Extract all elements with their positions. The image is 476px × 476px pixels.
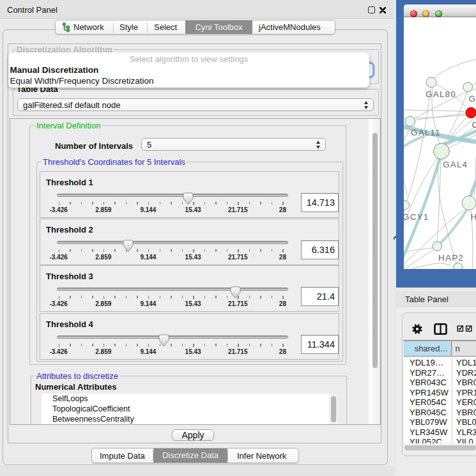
svg-text:GAL80: GAL80 (426, 89, 456, 99)
svg-text:C: C (472, 120, 476, 130)
svg-text:GAL4: GAL4 (443, 160, 468, 169)
svg-text:GAL11: GAL11 (411, 128, 441, 137)
svg-text:H: H (471, 212, 476, 222)
svg-text:HAP2: HAP2 (438, 253, 464, 263)
svg-text:G.: G. (469, 94, 476, 104)
svg-text:GCY1: GCY1 (404, 212, 429, 222)
